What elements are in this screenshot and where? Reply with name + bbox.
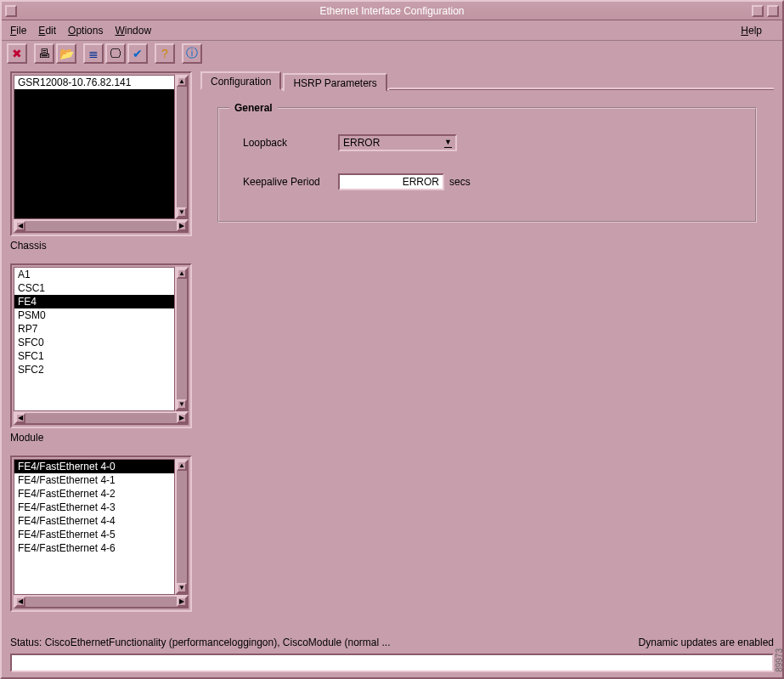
chassis-label: Chassis: [10, 240, 192, 252]
window-menu-button[interactable]: [5, 5, 17, 17]
keepalive-value: ERROR: [403, 176, 439, 188]
chevron-down-icon: ▼: [444, 138, 452, 148]
menubar: File Edit Options Window Help: [2, 20, 782, 41]
sidebar: GSR12008-10.76.82.141 ▲▼ ◀▶ Chassis A1CS…: [10, 71, 192, 630]
toolbar-monitor-icon[interactable]: 🖵: [105, 43, 126, 64]
general-group: General Loopback ERROR ▼ Keepalive Perio…: [217, 107, 757, 223]
tabs: Configuration HSRP Parameters: [200, 71, 774, 90]
list-item[interactable]: GSR12008-10.76.82.141: [14, 76, 174, 89]
scrollbar-vertical[interactable]: ▲▼: [175, 75, 189, 219]
chassis-panel: GSR12008-10.76.82.141 ▲▼ ◀▶ Chassis: [10, 71, 192, 252]
list-item[interactable]: FE4/FastEthernet 4-2: [14, 487, 174, 501]
tab-configuration[interactable]: Configuration: [200, 71, 281, 90]
status-updates: Dynamic updates are enabled: [639, 637, 774, 648]
interface-list[interactable]: FE4/FastEthernet 4-0FE4/FastEthernet 4-1…: [14, 459, 175, 595]
scrollbar-horizontal[interactable]: ◀▶: [14, 219, 189, 233]
toolbar-exit-icon[interactable]: ✖: [7, 43, 27, 64]
general-legend: General: [229, 102, 278, 114]
module-panel: A1CSC1FE4PSM0RP7SFC0SFC1SFC2 ▲▼ ◀▶ Modul…: [10, 263, 192, 444]
keepalive-field[interactable]: ERROR: [338, 173, 444, 190]
module-list[interactable]: A1CSC1FE4PSM0RP7SFC0SFC1SFC2: [14, 267, 175, 411]
menu-help[interactable]: Help: [741, 25, 762, 37]
loopback-value: ERROR: [343, 137, 380, 149]
toolbar-info-icon[interactable]: ⓘ: [182, 43, 202, 64]
module-label: Module: [10, 432, 192, 444]
window-title: Ethernet Interface Configuration: [319, 5, 464, 17]
keepalive-label: Keepalive Period: [236, 176, 338, 188]
scrollbar-horizontal[interactable]: ◀▶: [14, 595, 189, 608]
interface-panel: FE4/FastEthernet 4-0FE4/FastEthernet 4-1…: [10, 455, 192, 612]
message-field[interactable]: [10, 654, 774, 672]
loopback-dropdown[interactable]: ERROR ▼: [338, 134, 457, 151]
list-item[interactable]: FE4/FastEthernet 4-4: [14, 514, 174, 528]
menu-options[interactable]: Options: [68, 25, 103, 37]
app-window: Ethernet Interface Configuration File Ed…: [0, 0, 784, 679]
tab-hsrp[interactable]: HSRP Parameters: [283, 73, 386, 92]
status-text: Status: CiscoEthernetFunctionality (perf…: [10, 637, 639, 648]
list-item[interactable]: PSM0: [14, 308, 174, 322]
scrollbar-vertical[interactable]: ▲▼: [175, 267, 189, 411]
list-item[interactable]: FE4/FastEthernet 4-1: [14, 473, 174, 487]
content: GSR12008-10.76.82.141 ▲▼ ◀▶ Chassis A1CS…: [2, 66, 782, 631]
menu-edit[interactable]: Edit: [38, 25, 56, 37]
loopback-label: Loopback: [236, 137, 338, 149]
list-item[interactable]: FE4/FastEthernet 4-0: [14, 460, 174, 473]
menu-window[interactable]: Window: [115, 25, 151, 37]
list-item[interactable]: FE4/FastEthernet 4-6: [14, 541, 174, 555]
main-pane: Configuration HSRP Parameters General Lo…: [200, 71, 774, 630]
list-item[interactable]: CSC1: [14, 281, 174, 295]
titlebar: Ethernet Interface Configuration: [2, 2, 782, 20]
toolbar-print-icon[interactable]: 🖶: [34, 43, 54, 64]
list-item[interactable]: SFC0: [14, 336, 174, 349]
statusbar: Status: CiscoEthernetFunctionality (perf…: [2, 631, 782, 677]
maximize-button[interactable]: [767, 5, 779, 17]
list-item[interactable]: FE4: [14, 295, 174, 308]
scrollbar-vertical[interactable]: ▲▼: [175, 459, 189, 595]
list-item[interactable]: SFC2: [14, 363, 174, 376]
tab-page: General Loopback ERROR ▼ Keepalive Perio…: [200, 90, 774, 240]
toolbar-help-icon[interactable]: ?: [155, 43, 175, 64]
toolbar: ✖ 🖶 📂 ≣ 🖵 ✔ ? ⓘ: [2, 41, 782, 66]
toolbar-check-icon[interactable]: ✔: [127, 43, 148, 64]
toolbar-open-icon[interactable]: 📂: [56, 43, 76, 64]
minimize-button[interactable]: [752, 5, 764, 17]
toolbar-list-icon[interactable]: ≣: [83, 43, 104, 64]
menu-file[interactable]: File: [10, 25, 26, 37]
list-item[interactable]: FE4/FastEthernet 4-5: [14, 528, 174, 541]
list-item[interactable]: A1: [14, 268, 174, 281]
list-item[interactable]: FE4/FastEthernet 4-3: [14, 501, 174, 514]
list-item[interactable]: RP7: [14, 322, 174, 336]
scrollbar-horizontal[interactable]: ◀▶: [14, 411, 189, 425]
chassis-list[interactable]: GSR12008-10.76.82.141: [14, 75, 175, 219]
keepalive-unit: secs: [449, 176, 471, 188]
image-code: 89973: [775, 648, 784, 672]
list-item[interactable]: SFC1: [14, 349, 174, 363]
